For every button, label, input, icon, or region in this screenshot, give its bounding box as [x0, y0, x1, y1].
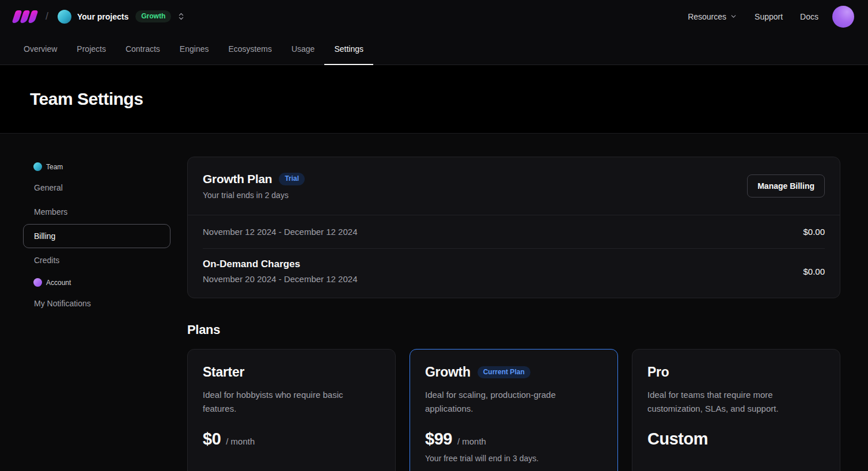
sidebar-group-account-label: Account — [46, 279, 71, 287]
on-demand-charges-amount: $0.00 — [803, 267, 825, 276]
resources-menu[interactable]: Resources — [688, 12, 737, 21]
user-avatar[interactable] — [832, 6, 854, 28]
plan-name: Growth — [425, 364, 471, 380]
top-bar: / Your projects Growth Resources Support… — [0, 0, 868, 33]
plan-description: Ideal for teams that require more custom… — [647, 388, 820, 416]
support-label: Support — [755, 12, 783, 21]
billing-period: November 12 2024 - December 12 2024 — [203, 227, 358, 237]
account-avatar-icon — [33, 278, 42, 287]
plans-heading: Plans — [187, 322, 840, 337]
trial-ends-note: Your trial ends in 2 days — [203, 191, 305, 200]
billing-period-row: November 12 2024 - December 12 2024 $0.0… — [188, 215, 840, 248]
plan-price: $0 — [203, 430, 221, 449]
billing-amount: $0.00 — [803, 227, 825, 237]
breadcrumb-separator: / — [46, 10, 48, 22]
tab-settings[interactable]: Settings — [324, 33, 373, 64]
tab-usage[interactable]: Usage — [282, 33, 324, 64]
plans-grid: Starter Ideal for hobbyists who require … — [187, 349, 840, 471]
team-plan-badge: Growth — [135, 10, 171, 23]
support-link[interactable]: Support — [755, 12, 783, 21]
sidebar-item-credits[interactable]: Credits — [23, 248, 170, 272]
plan-name: Pro — [647, 364, 669, 380]
manage-billing-button[interactable]: Manage Billing — [747, 174, 825, 197]
plan-trial-note: Your free trial will end in 3 days. — [425, 454, 602, 463]
thirdweb-logo-icon[interactable] — [14, 10, 36, 23]
content-area: Team General Members Billing Credits Acc… — [0, 134, 868, 471]
sidebar-item-billing[interactable]: Billing — [23, 224, 170, 248]
plan-card-starter: Starter Ideal for hobbyists who require … — [187, 349, 396, 471]
plan-period: / month — [226, 436, 255, 446]
plan-price: $99 — [425, 430, 452, 449]
billing-main: Growth Plan Trial Your trial ends in 2 d… — [187, 157, 840, 471]
docs-link[interactable]: Docs — [800, 12, 818, 21]
sidebar-item-members[interactable]: Members — [23, 200, 170, 224]
tab-overview[interactable]: Overview — [14, 33, 67, 64]
team-avatar-icon — [33, 162, 42, 171]
primary-tab-bar: Overview Projects Contracts Engines Ecos… — [0, 33, 868, 65]
team-avatar[interactable] — [58, 10, 71, 24]
tab-projects[interactable]: Projects — [67, 33, 116, 64]
on-demand-charges-period: November 20 2024 - December 12 2024 — [203, 274, 358, 284]
docs-label: Docs — [800, 12, 818, 21]
plan-price: Custom — [647, 430, 708, 449]
plan-description: Ideal for hobbyists who require basic fe… — [203, 388, 376, 416]
tab-contracts[interactable]: Contracts — [116, 33, 170, 64]
page-title: Team Settings — [30, 89, 143, 109]
sidebar-item-general[interactable]: General — [23, 176, 170, 200]
chevron-down-icon — [730, 13, 737, 20]
tab-ecosystems[interactable]: Ecosystems — [218, 33, 281, 64]
on-demand-charges-row: On-Demand Charges November 20 2024 - Dec… — [188, 248, 840, 298]
plan-period: / month — [457, 436, 486, 446]
on-demand-charges-title: On-Demand Charges — [203, 259, 358, 270]
sidebar-item-my-notifications[interactable]: My Notifications — [23, 291, 170, 316]
page-header: Team Settings — [0, 65, 868, 134]
plan-description: Ideal for scaling, production-grade appl… — [425, 388, 598, 416]
team-name[interactable]: Your projects — [77, 12, 128, 21]
plan-name: Starter — [203, 364, 244, 380]
plan-card-pro: Pro Ideal for teams that require more cu… — [632, 349, 840, 471]
top-nav: Resources Support Docs — [688, 12, 818, 21]
sidebar-group-team: Team — [23, 158, 170, 176]
settings-sidebar: Team General Members Billing Credits Acc… — [23, 157, 170, 471]
team-switcher-unfold-icon[interactable] — [177, 12, 185, 21]
current-plan-badge: Current Plan — [477, 366, 530, 379]
sidebar-group-account: Account — [23, 274, 170, 291]
billing-summary-card: Growth Plan Trial Your trial ends in 2 d… — [187, 157, 840, 298]
resources-label: Resources — [688, 12, 726, 21]
billing-card-header: Growth Plan Trial Your trial ends in 2 d… — [188, 157, 840, 215]
plan-card-growth: Growth Current Plan Ideal for scaling, p… — [410, 349, 618, 471]
trial-badge: Trial — [279, 173, 305, 185]
sidebar-group-team-label: Team — [46, 163, 63, 171]
tab-engines[interactable]: Engines — [170, 33, 219, 64]
current-plan-title: Growth Plan — [203, 172, 272, 186]
